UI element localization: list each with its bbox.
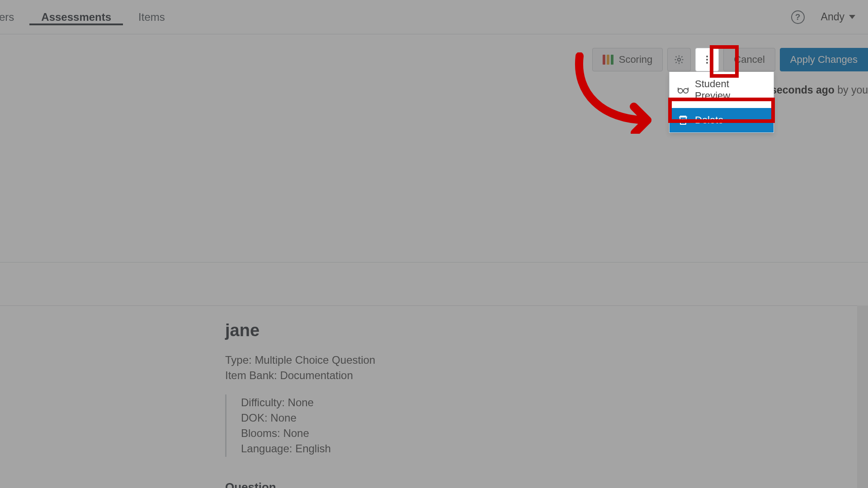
tab-items[interactable]: Items: [125, 0, 179, 33]
svg-point-2: [706, 59, 708, 61]
apply-changes-button[interactable]: Apply Changes: [780, 48, 868, 71]
menu-student-preview[interactable]: Student Preview: [670, 72, 774, 108]
top-tab-bar: ckers Assessments Items ? Andy: [0, 0, 868, 34]
action-toolbar: Scoring Cancel Apply Changes: [592, 48, 868, 71]
svg-point-3: [706, 62, 708, 64]
scoring-button[interactable]: Scoring: [592, 48, 663, 71]
svg-point-4: [678, 89, 683, 93]
item-type-row: Type: Multiple Choice Question: [225, 354, 832, 366]
menu-label: Student Preview: [695, 78, 765, 102]
item-title: jane: [225, 321, 832, 340]
question-heading: Question: [225, 480, 832, 488]
svg-point-0: [678, 58, 680, 61]
menu-delete[interactable]: Delete: [670, 108, 774, 132]
gear-icon: [674, 54, 684, 65]
chevron-down-icon: [849, 15, 855, 19]
scrollbar[interactable]: [857, 305, 868, 488]
svg-point-1: [706, 56, 708, 57]
last-saved-text: w seconds ago by you: [760, 84, 868, 96]
tab-trackers[interactable]: ckers: [0, 0, 28, 33]
divider: [0, 262, 868, 263]
svg-point-5: [684, 89, 688, 93]
cancel-button[interactable]: Cancel: [723, 48, 775, 71]
divider: [0, 305, 868, 306]
user-menu[interactable]: Andy: [821, 11, 855, 23]
item-details: jane Type: Multiple Choice Question Item…: [225, 321, 832, 488]
more-options-button[interactable]: [695, 48, 719, 71]
user-name: Andy: [821, 11, 844, 23]
trash-icon: [678, 115, 689, 126]
settings-button[interactable]: [667, 48, 691, 71]
more-options-menu: Student Preview Delete: [669, 72, 774, 133]
item-bank-row: Item Bank: Documentation: [225, 369, 832, 382]
scoring-label: Scoring: [619, 54, 653, 66]
help-icon[interactable]: ?: [791, 10, 805, 24]
tab-assessments[interactable]: Assessments: [28, 0, 125, 33]
item-attributes: Difficulty: None DOK: None Blooms: None …: [225, 394, 832, 457]
menu-label: Delete: [695, 114, 724, 126]
kebab-icon: [702, 54, 712, 65]
scoring-bars-icon: [603, 55, 613, 65]
glasses-icon: [678, 86, 689, 94]
